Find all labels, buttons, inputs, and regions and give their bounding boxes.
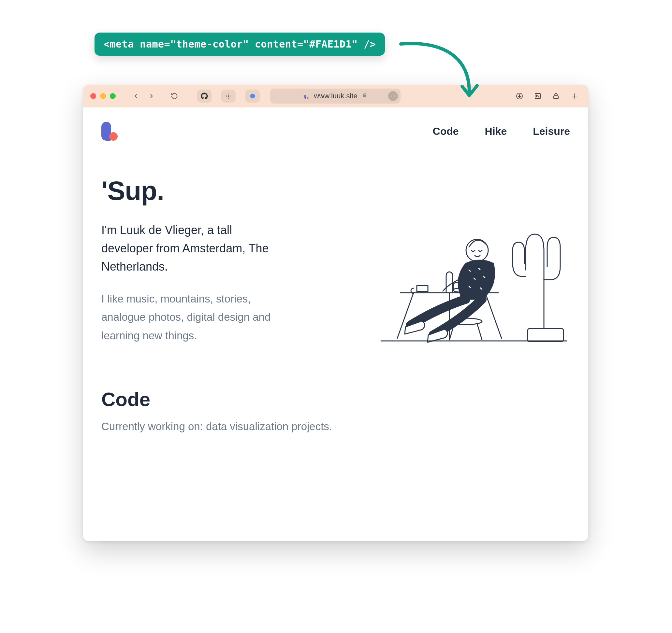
nav-link-leisure[interactable]: Leisure — [533, 125, 570, 137]
back-button[interactable] — [129, 90, 142, 103]
logo-dot-icon — [109, 132, 118, 141]
page-content: Code Hike Leisure 'Sup. I'm Luuk de Vlie… — [83, 107, 588, 541]
svg-point-9 — [393, 96, 394, 97]
chevron-left-icon — [133, 93, 139, 99]
code-body: Currently working on: data visualization… — [101, 421, 570, 433]
svg-line-22 — [477, 324, 482, 340]
lock-icon — [362, 93, 367, 100]
hero-title: 'Sup. — [101, 176, 345, 206]
extension-button[interactable] — [531, 90, 545, 103]
svg-point-5 — [250, 94, 255, 99]
traffic-lights — [90, 93, 116, 99]
site-favicon-icon — [304, 93, 309, 99]
window-maximize-icon[interactable] — [110, 93, 116, 99]
slack-icon — [225, 93, 232, 100]
hero-sub: I like music, mountains, stories, analog… — [101, 290, 297, 345]
download-icon — [515, 92, 523, 100]
browser-window: www.luuk.site — [83, 85, 588, 541]
nav-links: Code Hike Leisure — [433, 125, 570, 137]
url-bar[interactable]: www.luuk.site — [270, 88, 401, 104]
reload-button[interactable] — [168, 90, 181, 103]
svg-rect-1 — [228, 94, 229, 95]
browser-toolbar: www.luuk.site — [83, 85, 588, 107]
hero-lead: I'm Luuk de Vlieger, a tall developer fr… — [101, 221, 284, 276]
ellipsis-icon — [390, 94, 395, 99]
badge-text: <meta name="theme-color" content="#FAE1D… — [104, 39, 376, 50]
arrow-to-toolbar-icon — [398, 37, 482, 103]
window-close-icon[interactable] — [90, 93, 96, 99]
svg-rect-6 — [304, 95, 306, 99]
forward-button[interactable] — [145, 90, 158, 103]
reload-icon — [171, 93, 178, 100]
code-heading: Code — [101, 388, 570, 411]
hero-section: 'Sup. I'm Luuk de Vlieger, a tall develo… — [101, 152, 570, 371]
nav-link-code[interactable]: Code — [433, 125, 459, 137]
svg-rect-0 — [226, 95, 227, 97]
notion-icon — [534, 92, 542, 100]
svg-rect-14 — [528, 329, 563, 341]
site-nav: Code Hike Leisure — [101, 122, 570, 152]
nav-link-hike[interactable]: Hike — [485, 125, 507, 137]
page-actions-button[interactable] — [388, 91, 398, 101]
github-icon — [201, 93, 208, 100]
new-tab-button[interactable] — [568, 90, 581, 103]
svg-rect-2 — [230, 95, 232, 97]
site-logo[interactable] — [101, 122, 118, 141]
pinned-tab-app[interactable] — [245, 90, 260, 103]
hero-illustration-icon — [361, 195, 570, 345]
plus-icon — [570, 92, 578, 100]
pinned-tab-slack[interactable] — [221, 90, 236, 103]
svg-line-17 — [485, 293, 502, 338]
pinned-tab-github[interactable] — [197, 90, 212, 103]
svg-point-8 — [391, 96, 392, 97]
svg-point-10 — [394, 96, 395, 97]
chevron-right-icon — [148, 93, 155, 99]
svg-rect-3 — [228, 98, 229, 99]
svg-point-7 — [307, 97, 309, 99]
window-minimize-icon[interactable] — [100, 93, 106, 99]
meta-theme-color-badge: <meta name="theme-color" content="#FAE1D… — [95, 32, 385, 56]
svg-rect-4 — [228, 95, 229, 97]
share-icon — [552, 92, 560, 100]
app-icon — [249, 93, 256, 100]
downloads-button[interactable] — [513, 90, 526, 103]
url-text: www.luuk.site — [314, 92, 357, 100]
code-section: Code Currently working on: data visualiz… — [101, 371, 570, 433]
share-button[interactable] — [549, 90, 563, 103]
